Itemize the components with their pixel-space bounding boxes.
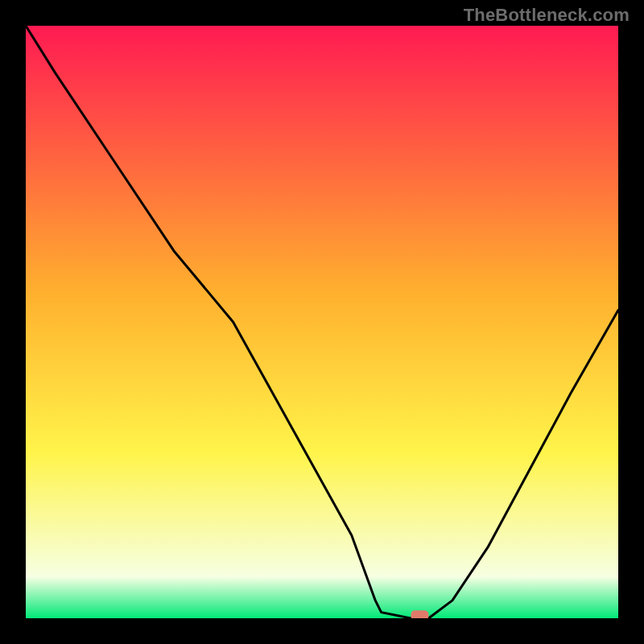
chart-frame: TheBottleneck.com bbox=[0, 0, 644, 644]
watermark-text: TheBottleneck.com bbox=[464, 5, 630, 26]
gradient-background bbox=[26, 26, 618, 618]
bottleneck-chart bbox=[26, 26, 618, 618]
plot-area bbox=[26, 26, 618, 618]
optimal-marker-icon bbox=[411, 610, 428, 618]
